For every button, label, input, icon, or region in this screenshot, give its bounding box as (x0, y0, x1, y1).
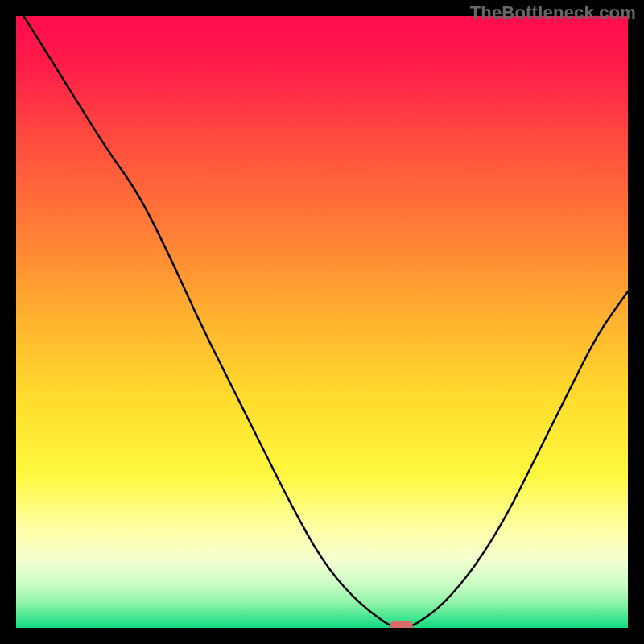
optimal-marker (390, 621, 413, 628)
gradient-background (16, 16, 628, 628)
chart-frame: TheBottleneck.com (0, 0, 644, 644)
plot-area (16, 16, 628, 628)
bottleneck-chart (16, 16, 628, 628)
watermark-text: TheBottleneck.com (470, 2, 636, 23)
